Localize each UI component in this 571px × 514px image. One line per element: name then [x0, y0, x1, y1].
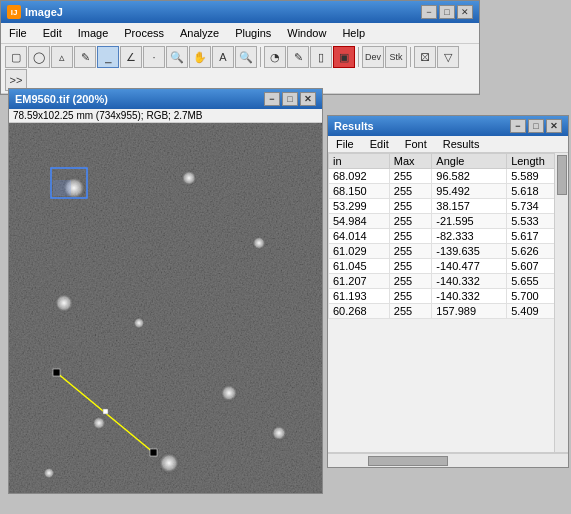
tool-wand[interactable]: ▽ — [437, 46, 459, 68]
menu-plugins[interactable]: Plugins — [227, 25, 279, 41]
cell-angle-0: 96.582 — [432, 169, 507, 184]
svg-point-9 — [158, 452, 180, 474]
menu-image[interactable]: Image — [70, 25, 117, 41]
tool-text[interactable]: A — [212, 46, 234, 68]
results-menu-results[interactable]: Results — [435, 137, 488, 151]
tool-stk[interactable]: Stk — [385, 46, 407, 68]
tool-measure[interactable]: ⛝ — [414, 46, 436, 68]
vertical-scroll-thumb[interactable] — [557, 155, 567, 195]
imagej-logo-icon: IJ — [7, 5, 21, 19]
tool-freehand[interactable]: ✎ — [74, 46, 96, 68]
imagej-main-window: IJ ImageJ − □ ✕ File Edit Image Process … — [0, 0, 480, 95]
tool-brush[interactable]: ◔ — [264, 46, 286, 68]
tool-pencil[interactable]: ✎ — [287, 46, 309, 68]
imagej-minimize-button[interactable]: − — [421, 5, 437, 19]
results-maximize-button[interactable]: □ — [528, 119, 544, 133]
tool-hand[interactable]: ✋ — [189, 46, 211, 68]
cell-max-5: 255 — [389, 244, 431, 259]
tool-point[interactable]: · — [143, 46, 165, 68]
imagej-maximize-button[interactable]: □ — [439, 5, 455, 19]
cell-angle-4: -82.333 — [432, 229, 507, 244]
cell-angle-6: -140.477 — [432, 259, 507, 274]
tool-magnify[interactable]: 🔍 — [235, 46, 257, 68]
tool-line[interactable]: ⎯ — [97, 46, 119, 68]
cell-in-7: 61.207 — [329, 274, 390, 289]
table-row: 60.268255157.9895.409 — [329, 304, 568, 319]
menu-edit[interactable]: Edit — [35, 25, 70, 41]
results-menu-file[interactable]: File — [328, 137, 362, 151]
toolbar-separator-3 — [410, 47, 411, 67]
table-header-row: in Max Angle Length — [329, 154, 568, 169]
cell-in-6: 61.045 — [329, 259, 390, 274]
menu-process[interactable]: Process — [116, 25, 172, 41]
cell-angle-5: -139.635 — [432, 244, 507, 259]
cell-max-9: 255 — [389, 304, 431, 319]
cell-in-0: 68.092 — [329, 169, 390, 184]
table-row: 61.045255-140.4775.607 — [329, 259, 568, 274]
toolbar-separator-1 — [260, 47, 261, 67]
cell-max-1: 255 — [389, 184, 431, 199]
menu-help[interactable]: Help — [334, 25, 373, 41]
tool-dev[interactable]: Dev — [362, 46, 384, 68]
tool-angle[interactable]: ∠ — [120, 46, 142, 68]
cell-in-4: 64.014 — [329, 229, 390, 244]
cell-angle-2: 38.157 — [432, 199, 507, 214]
horizontal-scroll-thumb[interactable] — [368, 456, 448, 466]
menu-analyze[interactable]: Analyze — [172, 25, 227, 41]
table-row: 54.984255-21.5955.533 — [329, 214, 568, 229]
image-close-button[interactable]: ✕ — [300, 92, 316, 106]
results-table: in Max Angle Length 68.09225596.5825.589… — [328, 153, 568, 319]
image-canvas[interactable] — [9, 123, 322, 493]
table-row: 53.29925538.1575.734 — [329, 199, 568, 214]
image-subwindow: EM9560.tif (200%) − □ ✕ 78.59x102.25 mm … — [8, 88, 323, 494]
results-menu-bar: File Edit Font Results — [328, 136, 568, 153]
cell-angle-9: 157.989 — [432, 304, 507, 319]
results-minimize-button[interactable]: − — [510, 119, 526, 133]
tool-eraser[interactable]: ▯ — [310, 46, 332, 68]
cell-max-0: 255 — [389, 169, 431, 184]
col-header-max: Max — [389, 154, 431, 169]
image-title-bar: EM9560.tif (200%) − □ ✕ — [9, 89, 322, 109]
col-header-in: in — [329, 154, 390, 169]
tool-oval[interactable]: ◯ — [28, 46, 50, 68]
image-window-controls: − □ ✕ — [264, 92, 316, 106]
table-row: 61.029255-139.6355.626 — [329, 244, 568, 259]
cell-max-2: 255 — [389, 199, 431, 214]
vertical-scrollbar[interactable] — [554, 153, 568, 452]
results-window: Results − □ ✕ File Edit Font Results in … — [327, 115, 569, 468]
table-row: 61.207255-140.3325.655 — [329, 274, 568, 289]
results-menu-edit[interactable]: Edit — [362, 137, 397, 151]
svg-point-10 — [43, 467, 55, 479]
imagej-close-button[interactable]: ✕ — [457, 5, 473, 19]
results-menu-font[interactable]: Font — [397, 137, 435, 151]
image-info-bar: 78.59x102.25 mm (734x955); RGB; 2.7MB — [9, 109, 322, 123]
svg-point-7 — [92, 416, 106, 430]
cell-in-8: 61.193 — [329, 289, 390, 304]
svg-rect-15 — [150, 449, 157, 456]
results-scroll-area[interactable]: in Max Angle Length 68.09225596.5825.589… — [328, 153, 568, 453]
image-title: EM9560.tif (200%) — [15, 93, 108, 105]
cell-angle-3: -21.595 — [432, 214, 507, 229]
image-maximize-button[interactable]: □ — [282, 92, 298, 106]
horizontal-scrollbar[interactable] — [328, 453, 568, 467]
image-info-text: 78.59x102.25 mm (734x955); RGB; 2.7MB — [13, 110, 203, 121]
tool-rectangle[interactable]: ▢ — [5, 46, 27, 68]
col-header-angle: Angle — [432, 154, 507, 169]
image-minimize-button[interactable]: − — [264, 92, 280, 106]
svg-rect-12 — [53, 180, 71, 196]
tool-fill[interactable]: ▣ — [333, 46, 355, 68]
imagej-toolbar: ▢ ◯ ▵ ✎ ⎯ ∠ · 🔍 ✋ A 🔍 ◔ ✎ ▯ ▣ Dev Stk ⛝ … — [1, 44, 479, 94]
tool-polygon[interactable]: ▵ — [51, 46, 73, 68]
imagej-title-bar: IJ ImageJ − □ ✕ — [1, 1, 479, 23]
menu-file[interactable]: File — [1, 25, 35, 41]
svg-point-8 — [271, 425, 287, 441]
results-window-controls: − □ ✕ — [510, 119, 562, 133]
svg-point-4 — [54, 293, 74, 313]
menu-window[interactable]: Window — [279, 25, 334, 41]
cell-in-2: 53.299 — [329, 199, 390, 214]
cell-angle-8: -140.332 — [432, 289, 507, 304]
tool-zoom[interactable]: 🔍 — [166, 46, 188, 68]
svg-point-2 — [181, 170, 197, 186]
table-row: 61.193255-140.3325.700 — [329, 289, 568, 304]
results-close-button[interactable]: ✕ — [546, 119, 562, 133]
